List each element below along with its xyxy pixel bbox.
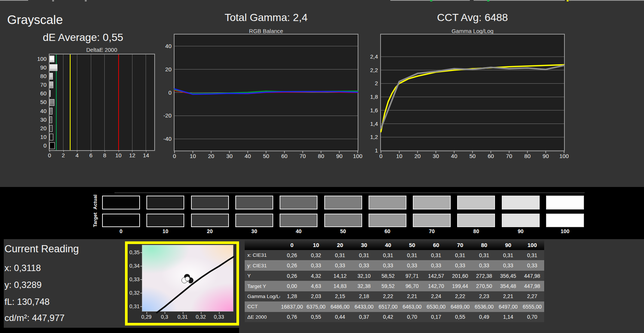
top-strip-nub (52, 0, 54, 2)
table-cell: 0,33 (304, 260, 328, 270)
table-cell: 6375,00 (304, 301, 328, 312)
gamma_loglog-xlabel: 0 (375, 152, 387, 160)
rgb_balance-xlabel: 80 (314, 152, 327, 160)
gamma_loglog-xlabel: 70 (503, 152, 516, 160)
table-cell: 142,57 (424, 271, 448, 281)
deltae-xlabel: 4 (71, 152, 83, 159)
table-cell: 0,31 (352, 250, 376, 260)
table-row-label: x: CIE31 (245, 250, 280, 260)
deltae-bar-90 (50, 64, 57, 71)
deltae-gridline (91, 54, 91, 150)
swatch-target-100 (546, 214, 584, 227)
gamma_loglog-xlabel: 100 (558, 152, 570, 160)
table-cell: 1,14 (496, 312, 520, 322)
table-cell: 32,38 (352, 281, 376, 291)
table-cell: 0,37 (352, 312, 376, 322)
table-row-label: y: CIE31 (245, 260, 280, 270)
deltae-gridline (63, 54, 63, 150)
table-cell: 6489,00 (448, 301, 472, 312)
table-cell: 0,31 (400, 250, 424, 260)
table-cell: 2,22 (376, 291, 400, 301)
deltae-ylabel: 0 (32, 142, 47, 149)
cie-daylight-locus (157, 257, 234, 313)
table-cell: 6486,00 (328, 301, 352, 312)
cie-xlabel: 0,3 (157, 314, 172, 320)
swatch-target-70 (413, 214, 451, 227)
gamma_loglog-ylabel: 2 (362, 80, 378, 87)
actual-row-label: Actual (92, 196, 98, 209)
gamma_loglog-ylabel: 1,6 (362, 107, 378, 114)
swatch-target-10 (146, 214, 184, 227)
total-gamma-title: Total Gamma: 2,4 (191, 12, 341, 24)
swatch-target-0 (102, 214, 140, 227)
table-cell: 2,21 (496, 291, 520, 301)
swatch-level-label: 90 (502, 228, 540, 234)
table-cell: 14,12 (328, 271, 352, 281)
rgb_balance-ylabel: -40 (156, 135, 172, 143)
table-cell: 2,23 (472, 291, 496, 301)
table-cell: 0,76 (280, 312, 304, 322)
deltae-xlabel: 6 (85, 152, 96, 159)
table-cell: 0,33 (424, 260, 448, 270)
table-header-cell: 80 (472, 240, 496, 250)
table-cell: 0,00 (280, 281, 304, 291)
table-row-label: ΔE 2000 (245, 312, 280, 322)
swatch-actual-0 (102, 196, 140, 209)
gamma_loglog-xlabel: 60 (485, 152, 497, 160)
table-header-cell: 60 (424, 240, 448, 250)
table-cell: 0,70 (520, 312, 544, 322)
table-cell: 0,31 (520, 250, 544, 260)
grayscale-swatch-band[interactable]: Actual Target 0102030405060708090100 (0, 187, 644, 239)
deltae-ylabel: 90 (32, 64, 47, 71)
deltae-gridline (132, 54, 132, 150)
deltae-xtick (77, 150, 77, 152)
gamma_loglog-ylabel: 1,2 (362, 133, 378, 141)
deltae-bar-60 (50, 90, 51, 97)
cie-xlabel: 0,29 (139, 314, 154, 320)
table-header-cell: 40 (376, 240, 400, 250)
table-cell: 0,33 (448, 260, 472, 270)
swatch-target-50 (324, 214, 362, 227)
readings-table[interactable]: 0102030405060708090100x: CIE310,260,320,… (245, 240, 544, 322)
current-reading-y: y: 0,3289 (5, 280, 42, 290)
deltae-xtick (105, 150, 105, 152)
gamma_loglog-ylabel: 2,4 (362, 53, 378, 60)
table-cell: 201,60 (448, 271, 472, 281)
swatch-actual-60 (369, 196, 406, 209)
table-cell: 2,21 (400, 291, 424, 301)
table-header-cell: 0 (280, 240, 304, 250)
bottom-edge-strip (4, 328, 239, 333)
deltae-xlabel: 10 (113, 152, 124, 159)
cie-measured-point (185, 277, 190, 281)
deltae-refline-warning-limit (70, 54, 71, 150)
rgb-balance-chart[interactable] (174, 34, 358, 151)
deltae-chart-title: DeltaE 2000 (64, 47, 139, 53)
gamma_loglog-xlabel: 50 (466, 152, 479, 160)
deltae-xtick (63, 150, 64, 152)
deltae-bar-chart[interactable] (49, 54, 155, 151)
gamma-loglog-chart[interactable] (380, 34, 565, 151)
table-cell: 0,55 (304, 312, 328, 322)
table-cell: 356,45 (496, 271, 520, 281)
swatch-target-40 (280, 214, 317, 227)
table-cell: 6530,00 (424, 301, 448, 312)
rgb_balance-ylabel: 40 (156, 42, 172, 50)
swatch-target-90 (502, 214, 540, 227)
table-cell: 0,33 (472, 260, 496, 270)
deltae-bar-30 (50, 116, 52, 123)
swatch-level-label: 40 (280, 228, 317, 234)
table-cell: 199,44 (448, 281, 472, 291)
table-cell: 272,38 (472, 271, 496, 281)
table-cell: 0,32 (304, 250, 328, 260)
table-cell: 96,70 (400, 281, 424, 291)
table-cell: 4,32 (304, 271, 328, 281)
table-cell: 97,71 (400, 271, 424, 281)
deltae-bar-100 (50, 56, 54, 62)
table-cell: 0,26 (280, 271, 304, 281)
cie-ylabel: 0,31 (128, 303, 140, 309)
rgb_balance-xlabel: 10 (187, 152, 199, 160)
gamma_loglog-ylabel: 2,2 (362, 66, 378, 74)
swatch-level-label: 30 (235, 228, 273, 234)
swatch-actual-70 (413, 196, 451, 209)
rgb_balance-xlabel: 60 (278, 152, 291, 160)
